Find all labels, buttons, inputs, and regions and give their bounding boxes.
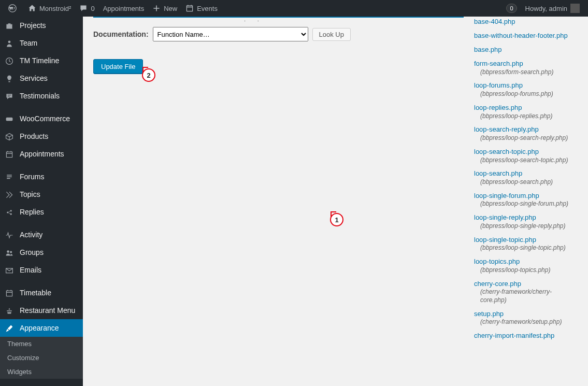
forums-icon	[5, 172, 16, 181]
sidebar-item-services[interactable]: Services	[0, 69, 83, 87]
submenu-customize[interactable]: Customize	[0, 351, 83, 365]
sidebar-item-activity[interactable]: Activity	[0, 226, 83, 244]
theme-file-list: base-404.phpbase-without-header-footer.p…	[474, 17, 578, 376]
svg-rect-4	[6, 152, 12, 157]
sidebar-item-testimonials[interactable]: Testimonials	[0, 87, 83, 105]
file-link[interactable]: loop-search.php	[474, 169, 578, 178]
sidebar-item-topics[interactable]: Topics	[0, 185, 83, 203]
function-select[interactable]: Function Name…	[153, 27, 308, 41]
svg-rect-11	[6, 291, 12, 296]
admin-toolbar: Monstroid² 0 Appointments New Events 0 H…	[0, 0, 588, 17]
testimonial-icon	[5, 91, 16, 101]
editor-area: * Returns the instance. * * @since 1.0.0…	[93, 17, 464, 376]
wp-logo[interactable]	[4, 0, 24, 17]
file-link[interactable]: base.php	[474, 46, 578, 54]
bulb-icon	[5, 74, 16, 83]
file-path: (bbpress/loop-single-topic.php)	[474, 244, 578, 252]
svg-point-9	[10, 251, 12, 253]
annotation-1: 1	[330, 213, 343, 226]
look-up-button[interactable]: Look Up	[312, 28, 351, 41]
notifications[interactable]: 0	[500, 0, 521, 17]
calendar-icon	[185, 4, 194, 12]
file-link[interactable]: loop-search-topic.php	[474, 148, 578, 156]
toolbar-events[interactable]: Events	[181, 0, 222, 17]
svg-point-8	[7, 250, 9, 253]
file-link[interactable]: form-search.php	[474, 60, 578, 68]
file-loop-single-topic-php: loop-single-topic.php(bbpress/loop-singl…	[474, 236, 578, 252]
notification-count: 0	[506, 4, 517, 13]
file-link[interactable]: loop-single-reply.php	[474, 213, 578, 222]
file-path: (bbpress/form-search.php)	[474, 68, 578, 77]
menu-icon	[5, 306, 16, 315]
submenu-widgets[interactable]: Widgets	[0, 365, 83, 379]
file-loop-search-php: loop-search.php(bbpress/loop-search.php)	[474, 169, 578, 186]
groups-icon	[5, 248, 16, 257]
toolbar-appointments[interactable]: Appointments	[99, 0, 149, 17]
file-path: (bbpress/loop-search-reply.php)	[474, 134, 578, 142]
annotation-2: 2	[142, 68, 155, 82]
sidebar-item-appointments[interactable]: Appointments	[0, 145, 83, 163]
comments[interactable]: 0	[75, 0, 98, 17]
home-icon	[28, 4, 36, 12]
account-menu[interactable]: Howdy, admin	[521, 0, 584, 17]
howdy-label: Howdy, admin	[525, 5, 567, 12]
sidebar-item-products[interactable]: Products	[0, 127, 83, 145]
team-icon	[5, 38, 16, 48]
update-file-button[interactable]: Update File	[93, 59, 143, 74]
file-link[interactable]: base-without-header-footer.php	[474, 32, 578, 40]
sidebar-item-emails[interactable]: Emails	[0, 261, 83, 279]
file-cherry-import-manifest-php: cherry-import-manifest.php	[474, 332, 578, 340]
file-base-404-php: base-404.php	[474, 18, 578, 26]
file-path: (bbpress/loop-search.php)	[474, 178, 578, 187]
file-link[interactable]: cherry-import-manifest.php	[474, 332, 578, 340]
calendar-icon	[5, 149, 16, 159]
sidebar-item-replies[interactable]: Replies	[0, 203, 83, 221]
sidebar-item-woocommerce[interactable]: WooCommerce	[0, 110, 83, 127]
file-loop-topics-php: loop-topics.php(bbpress/loop-topics.php)	[474, 258, 578, 274]
documentation-label: Documentation:	[93, 30, 149, 38]
sidebar-item-groups[interactable]: Groups	[0, 244, 83, 261]
file-path: (bbpress/loop-single-reply.php)	[474, 222, 578, 231]
toolbar-new[interactable]: New	[148, 0, 181, 17]
admin-sidebar: ProjectsTeamTM TimelineServicesTestimoni…	[0, 17, 83, 386]
plus-icon	[152, 4, 161, 12]
file-link[interactable]: loop-replies.php	[474, 104, 578, 112]
file-link[interactable]: loop-forums.php	[474, 81, 578, 90]
file-link[interactable]: loop-search-reply.php	[474, 125, 578, 134]
file-loop-single-reply-php: loop-single-reply.php(bbpress/loop-singl…	[474, 213, 578, 230]
file-link[interactable]: loop-topics.php	[474, 258, 578, 266]
sidebar-item-tm-timeline[interactable]: TM Timeline	[0, 52, 83, 69]
file-path: (bbpress/loop-forums.php)	[474, 90, 578, 98]
wordpress-icon	[8, 4, 17, 12]
activity-icon	[5, 230, 16, 239]
svg-point-7	[10, 213, 12, 215]
site-name[interactable]: Monstroid²	[24, 0, 75, 17]
documentation-row: Documentation: Function Name… Look Up	[93, 27, 464, 41]
file-link[interactable]: loop-single-forum.php	[474, 192, 578, 201]
sidebar-item-projects[interactable]: Projects	[0, 17, 83, 34]
file-link[interactable]: base-404.php	[474, 18, 578, 26]
file-link[interactable]: loop-single-topic.php	[474, 236, 578, 245]
file-path: (bbpress/loop-search-topic.php)	[474, 156, 578, 165]
box-icon	[5, 132, 16, 141]
file-loop-search-reply-php: loop-search-reply.php(bbpress/loop-searc…	[474, 125, 578, 142]
avatar	[570, 4, 580, 13]
file-path: (cherry-framework/cherry-core.php)	[474, 288, 578, 304]
woo-icon	[5, 114, 16, 123]
file-cherry-core-php: cherry-core.php(cherry-framework/cherry-…	[474, 280, 578, 305]
portfolio-icon	[5, 21, 16, 30]
sidebar-item-restaurant-menu[interactable]: Restaurant Menu	[0, 302, 83, 319]
file-link[interactable]: setup.php	[474, 310, 578, 319]
file-path: (bbpress/loop-replies.php)	[474, 112, 578, 121]
submenu-themes[interactable]: Themes	[0, 337, 83, 351]
sidebar-item-team[interactable]: Team	[0, 34, 83, 52]
sidebar-item-timetable[interactable]: Timetable	[0, 284, 83, 302]
file-path: (bbpress/loop-single-forum.php)	[474, 200, 578, 208]
topics-icon	[5, 190, 16, 199]
brush-icon	[5, 323, 16, 333]
code-editor[interactable]: * Returns the instance. * * @since 1.0.0…	[93, 17, 464, 18]
sidebar-appearance[interactable]: Appearance	[0, 319, 83, 337]
file-link[interactable]: cherry-core.php	[474, 280, 578, 289]
sidebar-item-forums[interactable]: Forums	[0, 168, 83, 185]
calendar-icon	[5, 288, 16, 297]
